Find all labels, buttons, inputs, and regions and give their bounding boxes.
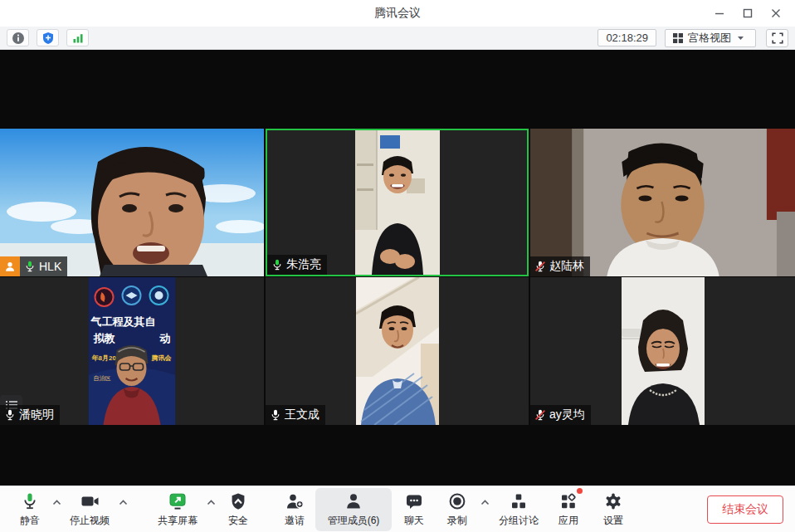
- invite-button[interactable]: 邀请: [274, 488, 315, 531]
- name-tag-aylingjun: ay灵均: [530, 405, 591, 425]
- record-options-chevron[interactable]: [478, 488, 491, 531]
- tencent-meeting-window: 腾讯会议: [0, 0, 795, 532]
- settings-label: 设置: [603, 514, 623, 528]
- network-signal-icon: [71, 32, 85, 45]
- slide-title-line2a: 拟教: [93, 332, 116, 344]
- participant-name: ay灵均: [549, 408, 585, 422]
- video-tile-panxiaoming[interactable]: 气工程及其自 拟教 动 年8月20日 腾讯会 自治区: [0, 277, 264, 425]
- manage-members-button[interactable]: 管理成员(6): [315, 488, 392, 531]
- breakout-rooms-button[interactable]: 分组讨论: [491, 488, 546, 531]
- slide-title-line1: 气工程及其自: [90, 315, 156, 328]
- video-feed-wangwencheng: [356, 277, 439, 425]
- participant-name: 赵陆林: [549, 259, 584, 274]
- name-tag-hlk: HLK: [0, 256, 67, 276]
- name-tag-zhuhaoliang: 朱浩亮: [267, 255, 327, 275]
- video-options-chevron[interactable]: [116, 488, 129, 531]
- video-feed-zhuhaoliang: [355, 130, 440, 275]
- microphone-icon: [20, 491, 40, 511]
- security-button[interactable]: 安全: [217, 488, 259, 531]
- participant-name: 潘晓明: [19, 408, 54, 422]
- mute-options-chevron[interactable]: [50, 488, 63, 531]
- mic-active-icon: [271, 259, 283, 271]
- chevron-up-icon: [207, 500, 216, 505]
- security-label: 安全: [228, 514, 248, 528]
- record-button[interactable]: 录制: [437, 488, 478, 531]
- name-tag-zhaolulin: 赵陆林: [530, 256, 590, 276]
- record-label: 录制: [447, 514, 467, 528]
- security-shield-icon: [228, 491, 248, 511]
- name-tag-wangwencheng: 王文成: [266, 405, 325, 425]
- maximize-icon: [743, 8, 753, 18]
- host-badge-icon: [0, 256, 20, 276]
- settings-button[interactable]: 设置: [591, 488, 636, 531]
- video-stage: HLK: [0, 50, 795, 486]
- network-quality-button[interactable]: [66, 29, 89, 46]
- settings-gear-icon: [603, 491, 623, 511]
- stop-video-button[interactable]: 停止视频: [63, 488, 116, 531]
- window-title: 腾讯会议: [374, 6, 421, 21]
- fullscreen-button[interactable]: [766, 29, 788, 47]
- name-tag-panxiaoming: 潘晓明: [0, 405, 60, 425]
- mute-button[interactable]: 静音: [10, 488, 50, 531]
- share-screen-icon: [168, 491, 188, 511]
- breakout-rooms-label: 分组讨论: [499, 514, 539, 528]
- slide-platform-text: 腾讯会: [151, 354, 173, 362]
- video-feed-panxiaoming: 气工程及其自 拟教 动 年8月20日 腾讯会 自治区: [89, 277, 176, 425]
- chevron-down-icon: [737, 36, 744, 41]
- meeting-timer: 02:18:29: [597, 29, 656, 46]
- video-tile-zhaolulin[interactable]: 赵陆林: [530, 129, 795, 276]
- view-mode-selector[interactable]: 宫格视图: [665, 29, 756, 47]
- end-meeting-button[interactable]: 结束会议: [707, 495, 783, 524]
- apps-label: 应用: [558, 514, 578, 528]
- status-toolbar: 02:18:29 宫格视图: [0, 27, 795, 50]
- video-feed-hlk: [0, 129, 264, 276]
- video-tile-hlk[interactable]: HLK: [0, 129, 264, 276]
- stop-video-label: 停止视频: [70, 514, 110, 528]
- info-icon: [12, 32, 25, 45]
- bottom-toolbar: 静音 停止视频 共享屏幕: [0, 486, 795, 532]
- slide-org-text: 自治区: [94, 375, 111, 382]
- minimize-button[interactable]: [705, 0, 734, 27]
- notification-dot: [577, 488, 583, 494]
- invite-person-icon: [285, 491, 305, 511]
- video-feed-zhaolulin: [530, 129, 795, 276]
- participant-name: HLK: [39, 260, 61, 273]
- video-tile-wangwencheng[interactable]: 王文成: [266, 277, 529, 425]
- window-controls: [705, 0, 790, 27]
- manage-members-label: 管理成员(6): [328, 514, 380, 528]
- members-icon: [344, 491, 363, 511]
- mic-muted-icon: [534, 261, 546, 272]
- mute-label: 静音: [20, 514, 40, 528]
- apps-button[interactable]: 应用: [546, 488, 591, 531]
- mic-active-icon: [24, 261, 36, 272]
- mic-muted-icon: [534, 409, 546, 421]
- participant-name: 朱浩亮: [286, 257, 321, 272]
- chat-button[interactable]: 聊天: [392, 488, 437, 531]
- chevron-up-icon: [480, 500, 490, 505]
- close-icon: [771, 8, 781, 18]
- video-tile-zhuhaoliang[interactable]: 朱浩亮: [266, 129, 529, 276]
- security-status-button[interactable]: [37, 29, 59, 46]
- chat-bubble-icon: [404, 491, 424, 511]
- apps-grid-icon: [558, 491, 578, 511]
- chat-label: 聊天: [404, 514, 424, 528]
- fullscreen-icon: [772, 32, 783, 44]
- participant-name: 王文成: [285, 408, 319, 422]
- close-button[interactable]: [762, 0, 790, 27]
- camera-icon: [80, 491, 100, 511]
- video-feed-aylingjun: [622, 277, 705, 425]
- minimize-icon: [715, 8, 724, 18]
- slide-title-line2b: 动: [159, 332, 171, 344]
- participant-grid: HLK: [0, 129, 795, 425]
- title-bar: 腾讯会议: [0, 0, 795, 27]
- grid-view-icon: [672, 32, 684, 44]
- shield-plus-icon: [41, 32, 55, 45]
- view-mode-label: 宫格视图: [688, 31, 731, 46]
- share-options-chevron[interactable]: [204, 488, 217, 531]
- meeting-info-button[interactable]: [7, 29, 29, 46]
- share-screen-button[interactable]: 共享屏幕: [151, 488, 204, 531]
- share-screen-label: 共享屏幕: [158, 514, 198, 528]
- video-tile-aylingjun[interactable]: ay灵均: [530, 277, 795, 425]
- breakout-blocks-icon: [509, 491, 529, 511]
- maximize-button[interactable]: [734, 0, 762, 27]
